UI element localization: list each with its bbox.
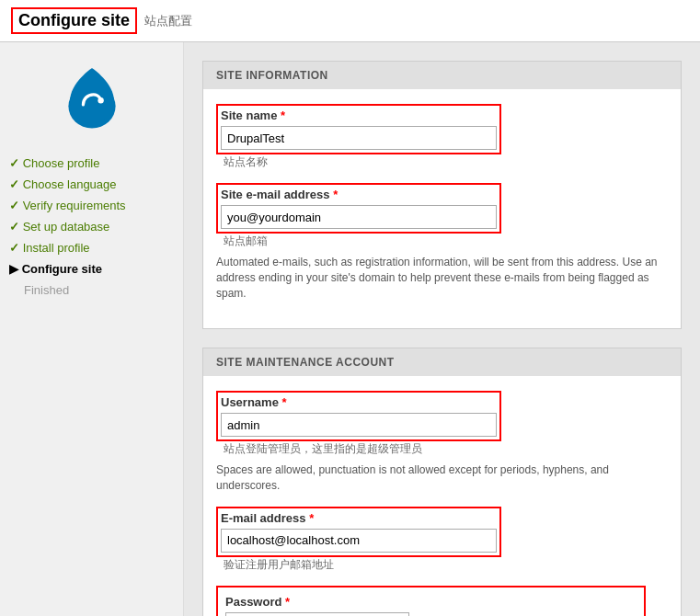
sidebar-link-set-up-database[interactable]: Set up database (23, 220, 110, 234)
site-name-required: * (281, 108, 285, 122)
username-annotation: 站点登陆管理员，这里指的是超级管理员 (224, 442, 422, 455)
sidebar-item-finished: Finished (9, 279, 174, 301)
admin-email-label: E-mail address * (221, 511, 497, 525)
sidebar-link-install-profile[interactable]: Install profile (23, 241, 90, 255)
logo-area (9, 61, 174, 134)
sidebar-link-verify-requirements[interactable]: Verify requirements (23, 199, 126, 212)
page-title: Configure site (11, 7, 137, 34)
password-input[interactable] (225, 612, 409, 616)
site-maintenance-section: SITE MAINTENANCE ACCOUNT Username * 站点登 (202, 348, 682, 616)
sidebar-label-finished: Finished (24, 283, 69, 297)
sidebar-link-choose-language[interactable]: Choose language (23, 177, 117, 191)
site-email-annotation: 站点邮箱 (224, 234, 268, 247)
password-label: Password * (225, 595, 637, 609)
admin-email-input[interactable] (221, 529, 497, 553)
site-name-group: Site name * 站点名称 (216, 104, 668, 170)
site-email-required: * (333, 188, 338, 201)
page-subtitle: 站点配置 (144, 13, 192, 29)
drupal-logo-icon (55, 61, 129, 134)
main-content: SITE INFORMATION Site name * 站点名称 (184, 42, 700, 616)
sidebar-item-choose-profile[interactable]: Choose profile (9, 153, 174, 174)
site-name-field-row: Site name * (216, 104, 501, 154)
site-name-label-wrapper: Site name * (221, 108, 497, 150)
admin-email-field-row: E-mail address * (216, 507, 501, 557)
site-email-group: Site e-mail address * 站点邮箱 Automated e-m… (216, 183, 668, 301)
sidebar-item-set-up-database[interactable]: Set up database (9, 216, 174, 237)
site-maintenance-body: Username * 站点登陆管理员，这里指的是超级管理员 Spaces are… (203, 376, 681, 616)
admin-email-annotation: 验证注册用户邮箱地址 (224, 558, 334, 571)
username-required: * (282, 395, 287, 409)
site-email-label-wrapper: Site e-mail address * (221, 188, 497, 229)
password-outer-group: Password * Password strength: Weak (216, 586, 668, 616)
sidebar-item-verify-requirements[interactable]: Verify requirements (9, 195, 174, 216)
admin-email-group: E-mail address * 验证注册用户邮箱地址 (216, 507, 668, 573)
site-information-section: SITE INFORMATION Site name * 站点名称 (202, 61, 682, 329)
site-information-body: Site name * 站点名称 Site e-mail address (203, 89, 681, 328)
sidebar-link-configure-site[interactable]: Configure site (22, 262, 102, 276)
svg-point-1 (98, 97, 103, 103)
site-email-input[interactable] (221, 205, 497, 229)
username-label-wrapper: Username * (221, 395, 497, 437)
site-email-help: Automated e-mails, such as registration … (216, 255, 668, 301)
sidebar: Choose profile Choose language Verify re… (0, 42, 184, 616)
page-header: Configure site 站点配置 (0, 0, 700, 42)
password-required: * (285, 595, 290, 609)
username-label: Username * (221, 395, 497, 409)
sidebar-item-install-profile[interactable]: Install profile (9, 237, 174, 258)
site-name-input[interactable] (221, 126, 497, 150)
main-layout: Choose profile Choose language Verify re… (0, 42, 700, 616)
site-information-header: SITE INFORMATION (203, 62, 681, 89)
username-input[interactable] (221, 413, 497, 437)
site-name-annotation: 站点名称 (224, 155, 268, 168)
site-maintenance-header: SITE MAINTENANCE ACCOUNT (203, 348, 681, 376)
site-email-field-row: Site e-mail address * (216, 183, 501, 234)
site-email-label: Site e-mail address * (221, 188, 497, 201)
username-field-row: Username * (216, 391, 501, 441)
password-group: Password * Password strength: Weak (216, 586, 646, 616)
sidebar-item-configure-site[interactable]: Configure site (9, 258, 174, 279)
admin-email-required: * (309, 511, 314, 525)
sidebar-link-choose-profile[interactable]: Choose profile (23, 156, 100, 170)
password-row: Password strength: Weak (225, 612, 637, 616)
sidebar-item-choose-language[interactable]: Choose language (9, 174, 174, 195)
sidebar-navigation: Choose profile Choose language Verify re… (9, 153, 174, 301)
site-name-label: Site name * (221, 108, 497, 122)
username-help: Spaces are allowed, punctuation is not a… (216, 462, 668, 494)
username-group: Username * 站点登陆管理员，这里指的是超级管理员 Spaces are… (216, 391, 668, 494)
admin-email-label-wrapper: E-mail address * (221, 511, 497, 553)
